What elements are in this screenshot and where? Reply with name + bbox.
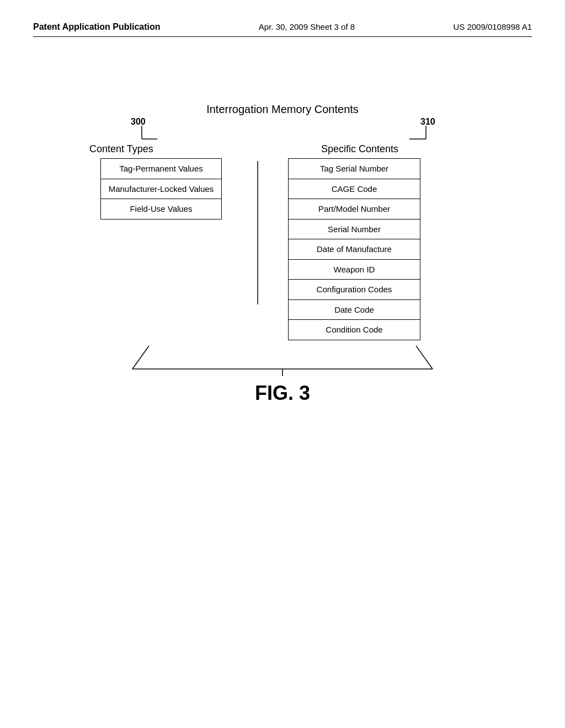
right-ref-brace-svg: 310: [393, 117, 459, 144]
header-right-label: US 2009/0108998 A1: [453, 22, 532, 31]
right-box-8: Condition Code: [289, 320, 420, 340]
middle-connector: [244, 158, 271, 307]
page: Patent Application Publication Apr. 30, …: [0, 0, 565, 728]
right-box-7: Date Code: [289, 300, 420, 320]
left-ref-brace-svg: 300: [120, 117, 175, 144]
bottom-bracket-area: FIG. 3: [89, 346, 476, 405]
diagram-title: Interrogation Memory Contents: [206, 103, 359, 116]
right-column: Tag Serial Number CAGE Code Part/Model N…: [282, 158, 426, 340]
header-left-label: Patent Application Publication: [33, 22, 161, 32]
left-column: Tag-Permanent Values Manufacturer-Locked…: [89, 158, 233, 220]
right-box-3: Serial Number: [289, 220, 420, 240]
middle-connector-svg: [244, 158, 271, 307]
right-box-list: Tag Serial Number CAGE Code Part/Model N…: [288, 158, 420, 340]
left-box-list: Tag-Permanent Values Manufacturer-Locked…: [100, 158, 222, 220]
right-column-header: Specific Contents: [321, 143, 398, 154]
header-middle-label: Apr. 30, 2009 Sheet 3 of 8: [259, 22, 355, 31]
right-box-4: Date of Manufacture: [289, 239, 420, 260]
svg-text:310: 310: [420, 117, 435, 126]
svg-line-7: [132, 346, 149, 369]
diagram-area: Interrogation Memory Contents 300 310: [33, 103, 532, 405]
right-box-5: Weapon ID: [289, 260, 420, 280]
right-box-1: CAGE Code: [289, 179, 420, 200]
svg-line-9: [416, 346, 433, 369]
svg-text:300: 300: [131, 117, 146, 126]
right-box-2: Part/Model Number: [289, 199, 420, 220]
left-box-0: Tag-Permanent Values: [101, 159, 221, 179]
left-box-2: Field-Use Values: [101, 199, 221, 219]
left-box-1: Manufacturer-Locked Values: [101, 179, 221, 200]
bottom-bracket-svg: [89, 346, 476, 379]
page-header: Patent Application Publication Apr. 30, …: [33, 22, 532, 37]
columns-container: Tag-Permanent Values Manufacturer-Locked…: [89, 158, 476, 340]
right-box-6: Configuration Codes: [289, 280, 420, 300]
fig-label: FIG. 3: [255, 382, 310, 405]
left-column-header: Content Types: [89, 143, 153, 154]
right-box-0: Tag Serial Number: [289, 159, 420, 179]
